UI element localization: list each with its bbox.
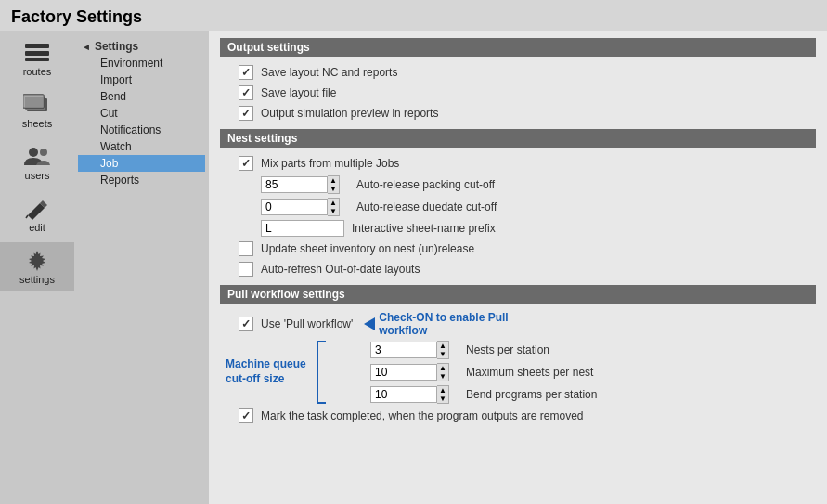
input-prefix[interactable]: L xyxy=(261,220,344,237)
checkbox-save-nc[interactable] xyxy=(239,65,253,80)
machine-queue-section: Machine queuecut-off size 3 ▲ ▼ Nests pe… xyxy=(220,339,816,406)
checkbox-save-layout[interactable] xyxy=(239,85,253,100)
checkbox-use-pull[interactable] xyxy=(239,317,253,331)
spinner-arrows-nests[interactable]: ▲ ▼ xyxy=(437,341,449,359)
input-nests[interactable]: 3 xyxy=(370,342,437,358)
spinner-arrows-bend-programs[interactable]: ▲ ▼ xyxy=(437,385,449,404)
pull-row-mark-task: Mark the task completed, when the progra… xyxy=(220,406,816,426)
label-nests: Nests per station xyxy=(466,343,549,356)
label-mark-task: Mark the task completed, when the progra… xyxy=(261,409,584,422)
input-bend-programs[interactable]: 10 xyxy=(370,386,437,403)
spinner-down-bend-programs[interactable]: ▼ xyxy=(437,394,448,403)
machine-queue-label: Machine queuecut-off size xyxy=(226,357,306,386)
label-bend-programs: Bend programs per station xyxy=(466,388,597,401)
spinner-arrows-packing[interactable]: ▲ ▼ xyxy=(328,175,340,194)
spinner-down-duedate[interactable]: ▼ xyxy=(328,207,339,215)
nav-item-import[interactable]: Import xyxy=(78,71,205,88)
pull-row-max-sheets: 10 ▲ ▼ Maximum sheets per nest xyxy=(330,361,816,383)
checkbox-update-sheet[interactable] xyxy=(239,241,253,256)
nav-item-job[interactable]: Job xyxy=(78,155,205,172)
output-row-save-layout: Save layout file xyxy=(220,83,816,103)
pull-workflow-header: Pull workflow settings xyxy=(220,285,816,304)
spinner-packing[interactable]: 85 ▲ ▼ xyxy=(261,175,349,194)
svg-point-7 xyxy=(29,148,38,157)
routes-icon xyxy=(22,40,52,66)
label-packing: Auto-release packing cut-off xyxy=(356,178,495,191)
spinner-up-max-sheets[interactable]: ▲ xyxy=(437,364,448,372)
sidebar-item-edit[interactable]: edit xyxy=(0,190,74,239)
sidebar-item-users-label: users xyxy=(25,170,50,181)
input-duedate[interactable]: 0 xyxy=(261,199,328,215)
nav-panel: ◄ Settings Environment Import Bend Cut N… xyxy=(74,31,209,504)
sidebar-item-settings-label: settings xyxy=(19,274,55,285)
label-update-sheet: Update sheet inventory on nest (un)relea… xyxy=(261,242,474,255)
sidebar-item-routes-label: routes xyxy=(23,66,52,77)
svg-rect-6 xyxy=(23,95,44,108)
sidebar-item-routes[interactable]: routes xyxy=(0,34,74,83)
sidebar-item-edit-label: edit xyxy=(29,222,45,233)
output-row-save-nc: Save layout NC and reports xyxy=(220,62,816,83)
sheets-icon xyxy=(22,92,52,118)
nest-row-packing: 85 ▲ ▼ Auto-release packing cut-off xyxy=(220,174,816,196)
label-prefix: Interactive sheet-name prefix xyxy=(352,222,496,235)
spinner-down-packing[interactable]: ▼ xyxy=(328,185,339,193)
nest-row-mix-parts: Mix parts from multiple Jobs xyxy=(220,153,816,174)
checkbox-auto-refresh[interactable] xyxy=(239,262,253,277)
output-settings-header: Output settings xyxy=(220,38,816,57)
svg-rect-2 xyxy=(25,58,49,61)
sidebar-item-users[interactable]: users xyxy=(0,138,74,187)
label-save-layout: Save layout file xyxy=(261,86,336,99)
label-auto-refresh: Auto-refresh Out-of-date layouts xyxy=(261,263,420,276)
pull-row-use-pull: Use 'Pull workflow' Check-ON to enable P… xyxy=(220,309,816,339)
input-packing[interactable]: 85 xyxy=(261,176,328,193)
spinner-up-packing[interactable]: ▲ xyxy=(328,176,339,185)
input-max-sheets[interactable]: 10 xyxy=(370,364,437,381)
checkbox-mark-task[interactable] xyxy=(239,408,253,423)
nest-row-duedate: 0 ▲ ▼ Auto-release duedate cut-off xyxy=(220,196,816,218)
spinner-duedate[interactable]: 0 ▲ ▼ xyxy=(261,198,349,216)
checkbox-mix-parts[interactable] xyxy=(239,156,253,171)
sidebar-item-sheets[interactable]: sheets xyxy=(0,86,74,135)
spinner-max-sheets[interactable]: 10 ▲ ▼ xyxy=(370,363,459,381)
checkbox-simulation[interactable] xyxy=(239,106,253,121)
nav-item-cut[interactable]: Cut xyxy=(78,105,205,122)
label-use-pull: Use 'Pull workflow' xyxy=(261,317,353,330)
sidebar-item-sheets-label: sheets xyxy=(22,118,52,129)
content-area: Output settings Save layout NC and repor… xyxy=(209,31,827,504)
sidebar-item-settings[interactable]: settings xyxy=(0,242,74,291)
machine-queue-label-container: Machine queuecut-off size xyxy=(220,339,313,406)
nav-item-watch[interactable]: Watch xyxy=(78,138,205,155)
nav-item-reports[interactable]: Reports xyxy=(78,172,205,188)
nest-settings-header: Nest settings xyxy=(220,129,816,148)
svg-rect-0 xyxy=(25,44,49,48)
brace-symbol xyxy=(317,341,326,404)
spinner-down-max-sheets[interactable]: ▼ xyxy=(437,372,448,381)
spinner-arrows-duedate[interactable]: ▲ ▼ xyxy=(328,198,340,216)
nest-row-update-sheet: Update sheet inventory on nest (un)relea… xyxy=(220,239,816,259)
spinner-up-nests[interactable]: ▲ xyxy=(437,342,448,350)
spinner-bend-programs[interactable]: 10 ▲ ▼ xyxy=(370,385,459,404)
sidebar: routes sheets xyxy=(0,31,74,504)
svg-rect-1 xyxy=(25,51,49,56)
page-title: Factory Settings xyxy=(0,0,827,31)
spinner-down-nests[interactable]: ▼ xyxy=(437,350,448,358)
nest-row-prefix: L Interactive sheet-name prefix xyxy=(220,218,816,239)
nav-item-notifications[interactable]: Notifications xyxy=(78,122,205,138)
spinner-up-bend-programs[interactable]: ▲ xyxy=(437,386,448,394)
users-icon xyxy=(22,144,52,170)
output-row-simulation: Output simulation preview in reports xyxy=(220,103,816,123)
nav-item-bend[interactable]: Bend xyxy=(78,88,205,105)
label-max-sheets: Maximum sheets per nest xyxy=(466,366,593,379)
spinner-up-duedate[interactable]: ▲ xyxy=(328,199,339,207)
pull-row-nests: 3 ▲ ▼ Nests per station xyxy=(330,339,816,361)
nav-header: ◄ Settings xyxy=(78,38,205,55)
label-save-nc: Save layout NC and reports xyxy=(261,66,397,79)
label-simulation: Output simulation preview in reports xyxy=(261,107,438,120)
spinner-nests[interactable]: 3 ▲ ▼ xyxy=(370,341,459,359)
svg-point-8 xyxy=(40,149,47,156)
settings-icon xyxy=(22,248,52,274)
spinner-arrows-max-sheets[interactable]: ▲ ▼ xyxy=(437,363,449,381)
nav-item-environment[interactable]: Environment xyxy=(78,55,205,71)
pull-annotation-arrow: Check-ON to enable Pull workflow xyxy=(364,311,509,337)
arrow-icon xyxy=(364,317,375,330)
